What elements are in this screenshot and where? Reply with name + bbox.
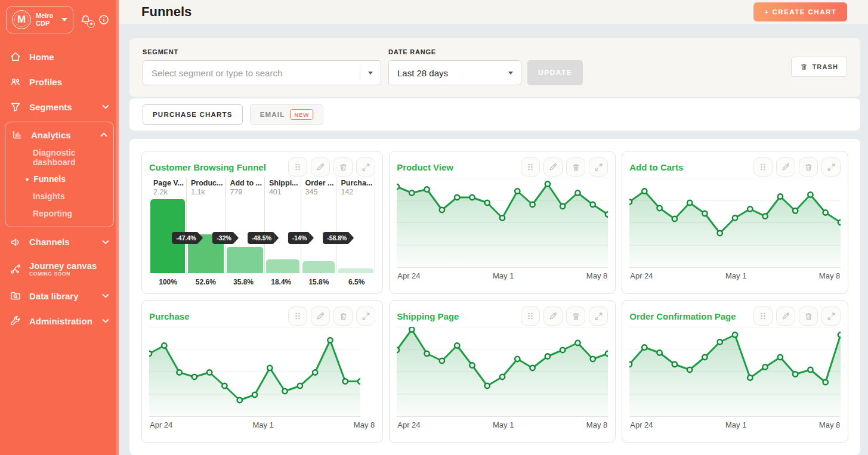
data-point-marker	[672, 216, 677, 221]
sidebar-group-analytics: Analytics Diagnostic dashboard Funnels I…	[5, 122, 114, 227]
expand-button[interactable]	[356, 157, 375, 177]
drag-handle-button[interactable]	[521, 157, 540, 177]
delete-button[interactable]	[333, 307, 353, 326]
funnel-stage-count: 142	[341, 188, 372, 197]
expand-icon	[362, 312, 370, 321]
sidebar-item-segments[interactable]: Segments	[0, 94, 119, 119]
data-point-marker	[642, 345, 647, 349]
chart-card: Order Confirmation Page Apr 24May 1May 8	[622, 300, 848, 443]
x-axis-tick: May 1	[725, 420, 746, 429]
expand-button[interactable]	[356, 307, 375, 326]
sidebar-item-channels[interactable]: Channels	[0, 230, 119, 255]
x-axis-tick: May 8	[586, 420, 607, 429]
x-axis-labels: Apr 24May 1May 8	[149, 420, 375, 429]
drag-handle-button[interactable]	[288, 307, 307, 326]
delete-button[interactable]	[799, 157, 818, 177]
page-header: Funnels + CREATE CHART	[119, 0, 868, 24]
data-point-marker	[591, 357, 595, 361]
sidebar-item-insights[interactable]: Insights	[5, 188, 113, 205]
drag-handle-icon	[526, 311, 535, 321]
drag-handle-button[interactable]	[288, 157, 307, 177]
x-axis-tick: May 1	[252, 420, 273, 429]
x-axis-tick: May 1	[493, 420, 514, 429]
funnel-chart: Page V...2.2kProduc...1.1kAdd to ...779S…	[149, 178, 375, 273]
funnel-stage-count: 1.1k	[191, 188, 223, 197]
data-point-marker	[823, 210, 828, 215]
notifications-button[interactable]	[79, 14, 92, 26]
expand-button[interactable]	[589, 307, 608, 326]
area-line-chart	[397, 178, 608, 268]
edit-button[interactable]	[543, 157, 563, 177]
delete-button[interactable]	[566, 157, 585, 177]
workspace-switcher[interactable]: M Meiro CDP	[6, 6, 73, 33]
home-icon	[10, 51, 21, 63]
delete-button[interactable]	[333, 157, 353, 177]
x-axis-tick: May 8	[354, 420, 375, 429]
tab-email[interactable]: EMAIL NEW	[250, 104, 323, 125]
segment-placeholder: Select segment or type to search	[143, 68, 360, 78]
funnel-bar	[227, 247, 262, 273]
edit-button[interactable]	[776, 307, 795, 326]
data-point-marker	[838, 220, 841, 225]
funnel-stage-pct: 15.8%	[300, 278, 338, 286]
sidebar-item-profiles[interactable]: Profiles	[0, 69, 119, 94]
delete-button[interactable]	[799, 307, 818, 326]
chevron-down-icon	[368, 72, 373, 75]
data-point-marker	[657, 206, 662, 211]
sidebar-item-analytics[interactable]: Analytics	[5, 122, 113, 144]
area-line-chart	[629, 327, 841, 417]
drag-handle-icon	[293, 311, 302, 321]
data-point-marker	[530, 202, 535, 207]
sidebar-item-diagnostic-dashboard[interactable]: Diagnostic dashboard	[5, 144, 113, 171]
pencil-icon	[316, 162, 325, 172]
sidebar-item-label: Journey canvas COMING SOON	[29, 261, 97, 277]
data-point-marker	[440, 358, 444, 363]
wrench-icon	[10, 315, 21, 327]
expand-icon	[827, 312, 836, 321]
expand-button[interactable]	[821, 157, 841, 177]
segment-select[interactable]: Select segment or type to search	[143, 60, 381, 85]
drag-handle-icon	[758, 162, 768, 172]
delete-button[interactable]	[566, 307, 585, 326]
x-axis-tick: Apr 24	[397, 420, 420, 429]
data-point-marker	[545, 181, 550, 186]
expand-button[interactable]	[821, 307, 841, 326]
funnel-stage-label: Page V...	[153, 179, 184, 188]
trash-button[interactable]: TRASH	[791, 57, 847, 77]
data-point-marker	[560, 204, 565, 209]
sub-item-label: Insights	[33, 191, 65, 201]
drag-handle-button[interactable]	[753, 307, 773, 326]
sidebar-item-label: Analytics	[31, 130, 71, 140]
sidebar-item-administration[interactable]: Administration	[0, 308, 119, 333]
sidebar-item-reporting[interactable]: Reporting	[5, 205, 113, 222]
info-button[interactable]	[98, 14, 110, 26]
sidebar-item-funnels[interactable]: Funnels	[5, 171, 113, 188]
funnel-bar	[266, 259, 299, 273]
x-axis-tick: May 8	[819, 420, 840, 429]
data-point-marker	[282, 389, 287, 394]
trash-icon	[800, 63, 808, 71]
drag-handle-icon	[293, 162, 302, 172]
tab-purchase-charts[interactable]: PURCHASE CHARTS	[143, 104, 243, 125]
sidebar-item-data-library[interactable]: Data library	[0, 283, 119, 308]
date-range-select[interactable]: Last 28 days	[388, 60, 521, 85]
expand-button[interactable]	[589, 157, 608, 177]
drag-handle-button[interactable]	[521, 307, 540, 326]
x-axis-labels: Apr 24May 1May 8	[397, 420, 608, 429]
update-button[interactable]: UPDATE	[527, 60, 583, 85]
data-point-marker	[718, 339, 722, 344]
data-point-marker	[222, 383, 227, 388]
expand-icon	[362, 163, 370, 172]
data-point-marker	[469, 195, 474, 200]
create-chart-button[interactable]: + CREATE CHART	[753, 2, 847, 21]
data-point-marker	[702, 355, 707, 360]
drag-handle-button[interactable]	[753, 157, 773, 177]
edit-button[interactable]	[311, 157, 330, 177]
trash-icon	[572, 163, 580, 172]
edit-button[interactable]	[776, 157, 795, 177]
sidebar-item-journey-canvas[interactable]: Journey canvas COMING SOON	[0, 255, 119, 284]
edit-button[interactable]	[543, 307, 563, 326]
edit-button[interactable]	[311, 307, 330, 326]
sidebar-item-home[interactable]: Home	[0, 44, 119, 69]
x-axis-labels: Apr 24May 1May 8	[629, 420, 841, 429]
